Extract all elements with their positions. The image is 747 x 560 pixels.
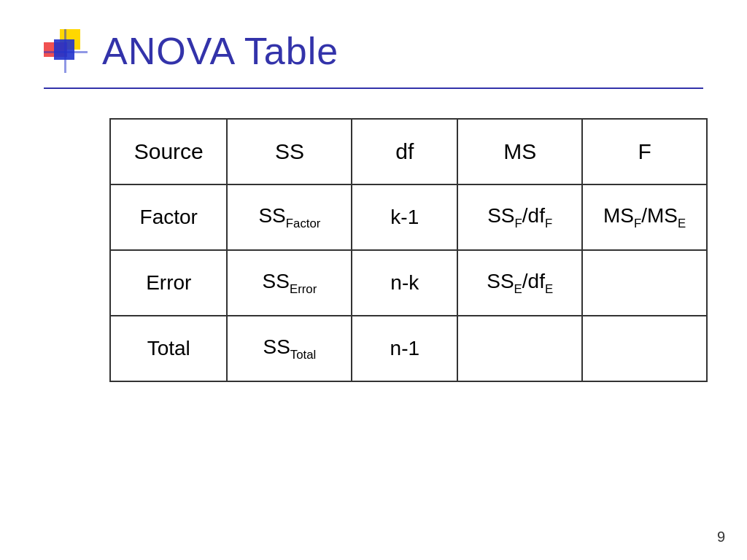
col-source-header: Source — [110, 119, 227, 184]
svg-rect-4 — [44, 51, 88, 53]
anova-table-container: Source SS df MS F Factor SSFactor k-1 SS… — [109, 118, 708, 382]
logo-icon — [44, 29, 88, 73]
factor-source: Factor — [110, 184, 227, 250]
page-header: ANOVA Table — [0, 0, 747, 88]
anova-table: Source SS df MS F Factor SSFactor k-1 SS… — [109, 118, 708, 382]
table-row-total: Total SSTotal n-1 — [110, 316, 707, 381]
total-source: Total — [110, 316, 227, 381]
factor-df: k-1 — [352, 184, 457, 250]
col-f-header: F — [582, 119, 707, 184]
col-df-header: df — [352, 119, 457, 184]
factor-ms: SSF/dfF — [457, 184, 582, 250]
col-ms-header: MS — [457, 119, 582, 184]
page-title: ANOVA Table — [102, 29, 338, 73]
table-header-row: Source SS df MS F — [110, 119, 707, 184]
error-ss: SSError — [227, 250, 352, 316]
page-number: 9 — [717, 529, 725, 545]
table-row-factor: Factor SSFactor k-1 SSF/dfF MSF/MSE — [110, 184, 707, 250]
total-ss: SSTotal — [227, 316, 352, 381]
total-df: n-1 — [352, 316, 457, 381]
error-f — [582, 250, 707, 316]
col-ss-header: SS — [227, 119, 352, 184]
table-row-error: Error SSError n-k SSE/dfE — [110, 250, 707, 316]
header-divider — [44, 88, 703, 89]
total-f — [582, 316, 707, 381]
error-source: Error — [110, 250, 227, 316]
error-ms: SSE/dfE — [457, 250, 582, 316]
error-df: n-k — [352, 250, 457, 316]
factor-f: MSF/MSE — [582, 184, 707, 250]
total-ms — [457, 316, 582, 381]
factor-ss: SSFactor — [227, 184, 352, 250]
